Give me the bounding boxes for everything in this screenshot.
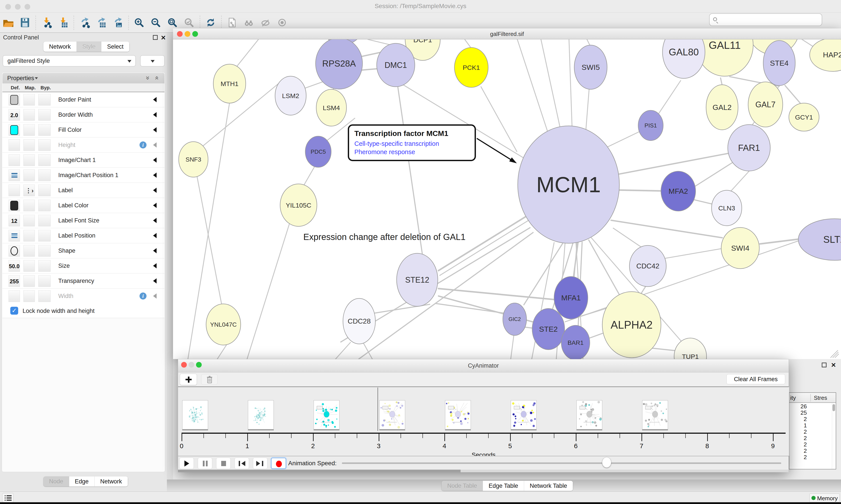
annotation-link-2[interactable]: Pheromone response: [354, 148, 469, 156]
play-button[interactable]: [179, 457, 194, 469]
node-PDC5[interactable]: PDC5: [305, 136, 331, 167]
binoculars-button[interactable]: [241, 15, 257, 31]
bypass-cell[interactable]: [38, 260, 51, 272]
zoom-in-button[interactable]: [131, 15, 147, 31]
node-SWI4[interactable]: SWI4: [721, 228, 759, 269]
node-SLT2[interactable]: SLT2: [798, 219, 841, 260]
default-cell[interactable]: [8, 184, 20, 196]
bypass-cell[interactable]: [38, 184, 51, 196]
default-cell[interactable]: [8, 169, 20, 181]
position-icon[interactable]: [12, 233, 18, 238]
frame-thumbnail-0[interactable]: [182, 400, 208, 429]
property-row-label-position[interactable]: Label Position: [2, 228, 164, 243]
default-cell[interactable]: [8, 154, 20, 166]
node-GIC2[interactable]: GIC2: [503, 303, 526, 336]
expand-row-icon[interactable]: [153, 233, 157, 238]
cyanimator-titlebar[interactable]: CyAnimator: [178, 359, 789, 373]
table-cell[interactable]: 2: [789, 442, 807, 448]
expand-row-icon[interactable]: [153, 187, 157, 193]
expand-row-icon[interactable]: [153, 248, 157, 253]
document-button[interactable]: [224, 15, 240, 31]
float-panel-icon[interactable]: [822, 363, 826, 367]
default-cell[interactable]: [8, 230, 20, 241]
node-GCY1[interactable]: GCY1: [789, 103, 819, 131]
color-swatch[interactable]: [10, 125, 18, 135]
task-history-button[interactable]: [2, 493, 14, 503]
frame-thumbnail-1[interactable]: [248, 400, 274, 429]
refresh-button[interactable]: [203, 15, 219, 31]
tab-node-table[interactable]: Node Table: [442, 481, 483, 491]
mapping-cell[interactable]: [23, 245, 35, 257]
expand-row-icon[interactable]: [153, 142, 157, 147]
show-details-button[interactable]: [274, 15, 290, 31]
export-table-button[interactable]: [93, 15, 109, 31]
node-YIL105C[interactable]: YIL105C: [280, 184, 317, 227]
expand-row-icon[interactable]: [153, 263, 157, 268]
node-GAL11[interactable]: GAL11: [696, 39, 753, 76]
node-LSM4[interactable]: LSM4: [316, 89, 346, 126]
frame-thumbnail-5[interactable]: [511, 400, 537, 429]
bypass-cell[interactable]: [38, 124, 51, 136]
frame-thumbnail-4[interactable]: [445, 400, 471, 429]
memory-button[interactable]: Memory: [809, 493, 840, 502]
expand-row-icon[interactable]: [153, 112, 157, 118]
node-PCK1[interactable]: PCK1: [454, 48, 488, 87]
default-cell[interactable]: 255: [8, 275, 20, 287]
node-YNL047C[interactable]: YNL047C: [206, 304, 241, 345]
skip-to-start-button[interactable]: [235, 457, 249, 469]
animation-speed-slider[interactable]: [342, 463, 781, 464]
bypass-cell[interactable]: [38, 245, 51, 257]
mapping-cell[interactable]: [23, 154, 35, 166]
cyanimator-horizontal-scrollbar[interactable]: [178, 470, 789, 472]
node-SWI5[interactable]: SWI5: [574, 45, 607, 89]
style-options-button[interactable]: [140, 55, 165, 67]
bypass-cell[interactable]: [38, 275, 51, 287]
node-TUP1[interactable]: TUP1: [674, 338, 706, 359]
node-CLN3[interactable]: CLN3: [712, 190, 742, 226]
expand-row-icon[interactable]: [153, 203, 157, 208]
record-button[interactable]: [271, 457, 286, 469]
default-cell[interactable]: 12: [8, 215, 20, 227]
mapping-cell[interactable]: [23, 215, 35, 227]
bypass-cell[interactable]: [38, 290, 51, 302]
mapping-cell[interactable]: [23, 169, 35, 181]
frame-thumbnail-2[interactable]: [314, 400, 339, 429]
ellipse-shape-icon[interactable]: [11, 246, 18, 255]
mapping-cell[interactable]: [23, 230, 35, 241]
default-cell[interactable]: [8, 124, 20, 136]
table-cell[interactable]: 26: [789, 403, 807, 410]
node-LSM2[interactable]: LSM2: [275, 76, 306, 115]
bypass-cell[interactable]: [38, 154, 51, 166]
default-value[interactable]: 255: [9, 278, 20, 285]
table-cell[interactable]: 2: [789, 435, 807, 442]
delete-frame-button[interactable]: [201, 374, 217, 385]
node-GAL7[interactable]: GAL7: [748, 82, 783, 127]
property-row-border-width[interactable]: 2.0Border Width: [2, 107, 164, 122]
style-dropdown[interactable]: galFiltered Style: [3, 55, 136, 67]
open-session-button[interactable]: [0, 15, 16, 31]
property-row-shape[interactable]: Shape: [2, 243, 164, 258]
info-icon[interactable]: i: [140, 141, 146, 148]
mapping-cell[interactable]: [23, 260, 35, 272]
property-row-transparency[interactable]: 255Transparency: [2, 273, 164, 289]
table-vertical-scrollbar[interactable]: [832, 403, 835, 469]
expand-row-icon[interactable]: [153, 97, 157, 102]
node-table[interactable]: ity Stres 26252122222: [789, 392, 836, 469]
node-GAL2[interactable]: GAL2: [706, 85, 738, 130]
close-panel-icon[interactable]: ✕: [831, 361, 836, 369]
node-PIS1[interactable]: PIS1: [638, 110, 663, 141]
node-FAR1[interactable]: FAR1: [728, 125, 770, 171]
color-swatch[interactable]: [10, 201, 18, 211]
node-STE12[interactable]: STE12: [397, 253, 438, 306]
table-cell[interactable]: 2: [789, 448, 807, 454]
table-cell[interactable]: 2: [789, 454, 807, 461]
node-CDC28[interactable]: CDC28: [343, 299, 375, 344]
pause-button[interactable]: [198, 457, 212, 469]
property-row-image-chart-position-1[interactable]: Image/Chart Position 1: [2, 168, 164, 183]
property-row-size[interactable]: 50.0Size: [2, 258, 164, 273]
node-BAR1[interactable]: BAR1: [561, 325, 590, 359]
timeline-playhead[interactable]: [378, 388, 378, 431]
stop-button[interactable]: [216, 457, 231, 469]
frame-thumbnail-7[interactable]: [642, 400, 668, 429]
tab-edge[interactable]: Edge: [69, 476, 95, 486]
